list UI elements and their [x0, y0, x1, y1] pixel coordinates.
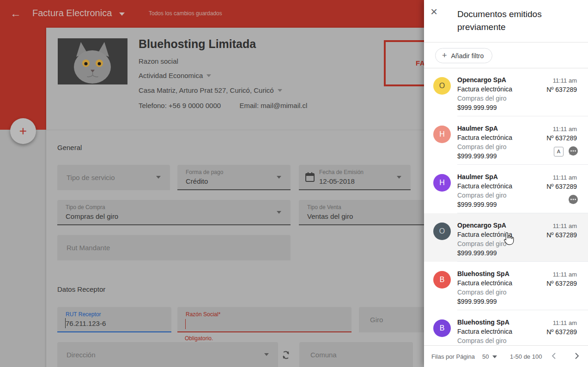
- document-number: Nº 637289: [546, 230, 577, 240]
- chevron-down-icon[interactable]: [119, 12, 125, 16]
- document-list-item[interactable]: B Bluehosting SpA Factura electrónica Co…: [424, 310, 588, 345]
- document-category: Compras del giro: [457, 142, 512, 151]
- invoice-card: Bluehosting Limitada Razon social Activi…: [46, 28, 424, 367]
- document-number: Nº 637289: [546, 279, 577, 288]
- avatar: B: [433, 271, 451, 289]
- tipo-compra-select[interactable]: Tipo de Compra Compras del giro: [57, 200, 291, 225]
- rows-per-page-value: 50: [482, 353, 489, 360]
- company-logo-image: [58, 38, 127, 84]
- panel-title: Documentos emitidos previamente: [457, 8, 568, 34]
- document-amount: $999.999.999: [457, 248, 512, 258]
- document-amount: $999.999.999: [457, 297, 512, 306]
- calendar-icon: [305, 172, 315, 185]
- document-type: Factura electrónica: [457, 133, 512, 142]
- avatar: O: [433, 223, 451, 240]
- company-direccion[interactable]: Casa Matriz, Arturo Prat 527, Curicó, Cu…: [139, 86, 282, 94]
- document-amount: $999.999.999: [457, 103, 512, 112]
- document-time: 11:11 am: [546, 76, 577, 85]
- receptor-section-title: Datos Receptor: [57, 285, 105, 293]
- avatar: H: [433, 174, 451, 192]
- document-list-item[interactable]: H Haulmer SpA Factura electrónica Compra…: [424, 116, 588, 165]
- rut-receptor-value: 76.211.123-6: [66, 319, 106, 327]
- document-time: 11:11 am: [546, 173, 577, 182]
- page-title[interactable]: Factura Electronica: [32, 8, 112, 18]
- company-email: Email: mail@mimail.cl: [239, 102, 307, 109]
- company-name: Bluehosting Limitada: [139, 37, 256, 51]
- avatar: H: [433, 126, 451, 143]
- pagination-footer: Filas por Página 50 1-50 de 100: [424, 345, 588, 367]
- company-telefono: Telefono: +56 9 0000 0000: [139, 102, 221, 109]
- add-fab-button[interactable]: +: [10, 118, 36, 144]
- document-amount: $999.999.999: [457, 200, 512, 209]
- forma-pago-value: Crédito: [186, 177, 208, 185]
- refresh-icon[interactable]: [281, 349, 291, 362]
- document-list-item[interactable]: B Bluehosting SpA Factura electrónica Co…: [424, 262, 588, 310]
- text-caret: [185, 319, 186, 329]
- company-actividad[interactable]: Actividad Economica: [139, 72, 211, 79]
- chevron-down-icon: [264, 353, 269, 356]
- document-list-item[interactable]: H Haulmer SpA Factura electrónica Compra…: [424, 165, 588, 213]
- chevron-down-icon: [277, 176, 281, 179]
- add-filter-label: Añadir filtro: [451, 52, 484, 60]
- forma-pago-select[interactable]: Forma de pago Crédito: [177, 165, 291, 190]
- rut-mandante-input[interactable]: Rut Mandante: [57, 235, 291, 260]
- back-arrow-icon[interactable]: ←: [10, 7, 21, 20]
- document-company: Opencargo SpA: [457, 221, 512, 230]
- section-divider: [46, 130, 424, 130]
- comuna-input[interactable]: Comuna: [299, 342, 413, 367]
- comuna-placeholder: Comuna: [310, 351, 337, 359]
- tipo-servicio-placeholder: Tipo de servicio: [67, 174, 115, 181]
- chevron-down-icon: [206, 74, 211, 77]
- document-category: Compras del giro: [457, 288, 512, 297]
- rut-receptor-label: RUT Receptor: [66, 311, 101, 318]
- document-number: Nº 637289: [546, 327, 577, 337]
- tipo-venta-value: Ventas del giro: [307, 212, 353, 220]
- chevron-down-icon: [492, 355, 497, 358]
- company-razon-social: Razon social: [139, 57, 178, 65]
- company-contact: Telefono: +56 9 0000 0000 Email: mail@mi…: [139, 102, 307, 109]
- document-number: Nº 637289: [546, 133, 577, 143]
- document-category: Compras del giro: [457, 239, 512, 248]
- next-page-button[interactable]: [573, 352, 580, 361]
- rut-receptor-input[interactable]: RUT Receptor 76.211.123-6: [57, 307, 171, 332]
- fecha-emision-label: Fecha de Emisión: [319, 169, 364, 175]
- document-type: Factura electrónica: [457, 230, 512, 239]
- razon-social-error: Obligatorio.: [185, 335, 213, 342]
- rows-per-page-select[interactable]: 50: [482, 353, 497, 360]
- pagination-range: 1-50 de 100: [510, 353, 542, 360]
- tipo-venta-select[interactable]: Tipo de Venta Ventas del giro: [299, 200, 424, 225]
- document-company: Haulmer SpA: [457, 124, 512, 133]
- comment-bubble-icon[interactable]: [568, 146, 579, 157]
- razon-social-input[interactable]: Razón Social*: [177, 307, 352, 332]
- document-time: 11:11 am: [546, 222, 577, 230]
- rut-mandante-placeholder: Rut Mandante: [67, 244, 110, 252]
- previous-page-button[interactable]: [551, 352, 558, 361]
- document-company: Bluehosting SpA: [457, 318, 512, 327]
- forma-pago-label: Forma de pago: [186, 169, 223, 175]
- fecha-emision-value: 12-05-2018: [319, 177, 355, 185]
- fecha-emision-select[interactable]: Fecha de Emisión 12-05-2018: [299, 165, 411, 190]
- document-time: 11:11 am: [546, 125, 577, 133]
- rows-per-page-label: Filas por Página: [431, 353, 475, 360]
- chevron-down-icon: [397, 176, 401, 179]
- document-company: Opencargo SpA: [457, 75, 512, 84]
- document-time: 11:11 am: [546, 270, 577, 279]
- avatar: O: [433, 77, 451, 95]
- accepted-badge: A: [554, 147, 564, 156]
- razon-social-label: Razón Social*: [186, 311, 220, 318]
- document-type: Factura electrónica: [457, 327, 512, 336]
- add-filter-button[interactable]: + Añadir filtro: [435, 48, 492, 63]
- document-list-item[interactable]: O Opencargo SpA Factura electrónica Comp…: [424, 68, 588, 116]
- close-icon[interactable]: ×: [430, 6, 437, 18]
- document-category: Compras del giro: [457, 191, 512, 200]
- document-time: 11:11 am: [546, 319, 577, 327]
- document-number: Nº 637289: [546, 85, 577, 94]
- comment-bubble-icon[interactable]: [568, 194, 579, 205]
- direccion-select[interactable]: Dirección: [57, 342, 278, 367]
- giro-placeholder: Giro: [370, 316, 383, 324]
- tipo-servicio-select[interactable]: Tipo de servicio: [57, 165, 170, 190]
- divider: [424, 42, 588, 42]
- document-list-item-hovered[interactable]: O Opencargo SpA Factura electrónica Comp…: [424, 213, 588, 262]
- document-type: Factura electrónica: [457, 84, 512, 94]
- chevron-down-icon: [277, 211, 281, 214]
